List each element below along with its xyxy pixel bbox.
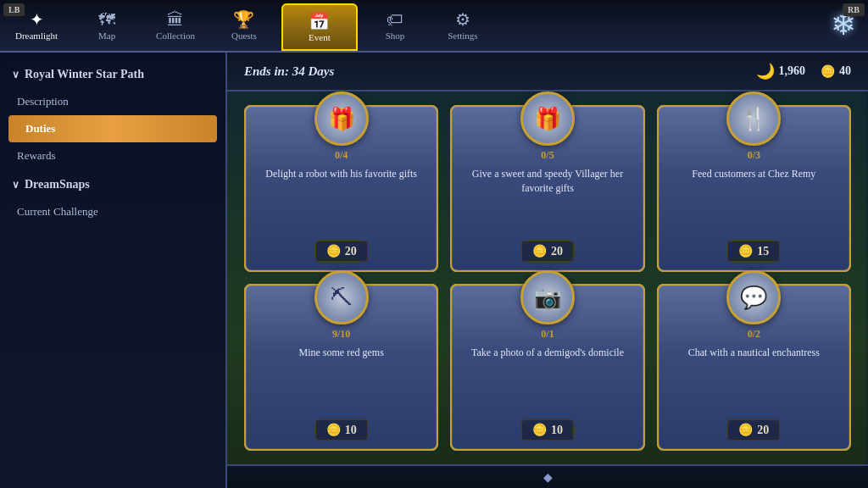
sidebar: ∨ Royal Winter Star Path Description Dut… [0,53,227,488]
quests-icon: 🏆 [233,11,254,28]
title-3: Feed customers at Chez Remy [692,167,815,236]
progress-1: 0/4 [335,149,348,162]
title-1: Delight a robot with his favorite gifts [265,167,417,236]
top-nav: LB ✦ Dreamlight 🗺 Map 🏛 Collection 🏆 Que… [0,0,868,53]
reward-amount-6: 20 [757,424,769,437]
coin-reward-icon-3: 🪙 [738,244,753,258]
sidebar-starpath-header[interactable]: ∨ Royal Winter Star Path [0,61,225,88]
reward-amount-3: 15 [757,245,769,258]
sidebar-section-dreamsnaps: ∨ DreamSnaps Current Challenge [0,171,225,225]
reward-1: 🪙 20 [315,241,368,262]
reward-6: 🪙 20 [727,419,780,441]
dreamlight-amount: 1,960 [779,64,806,78]
map-label: Map [98,30,115,41]
duty-card-photo-demigod[interactable]: 📷 0/1 Take a photo of a demigod's domici… [450,284,644,451]
card-icon-wrap-2: 🎁 [520,92,575,146]
shop-icon: 🏷 [387,11,403,28]
bottom-diamond: ◆ [543,470,553,485]
reward-amount-2: 20 [551,245,563,258]
duty-card-sweet-villager[interactable]: 🎁 0/5 Give a sweet and speedy Villager h… [450,105,644,272]
coin-currency: 🪙 40 [821,64,851,79]
title-2: Give a sweet and speedy Villager her fav… [460,167,634,236]
card-icon-wrap-5: 📷 [520,270,575,324]
current-challenge-label: Current Challenge [17,205,98,219]
quests-label: Quests [231,30,257,41]
lb-button[interactable]: LB [3,3,25,16]
dreamsnaps-label: DreamSnaps [25,178,90,191]
content-area: ∨ Royal Winter Star Path Description Dut… [0,53,868,488]
progress-6: 0/2 [748,328,760,341]
duties-label: Duties [25,122,55,136]
progress-4: 9/10 [332,328,350,341]
card-icon-wrap-6: 💬 [726,270,781,324]
reward-amount-5: 10 [551,424,563,437]
reward-amount-1: 20 [345,245,357,258]
duty-card-mine-gems[interactable]: ⛏ 9/10 Mine some red gems 🪙 10 [244,284,438,451]
sidebar-item-rewards[interactable]: Rewards [0,142,225,169]
coin-reward-icon-6: 🪙 [738,423,753,437]
event-label: Event [309,32,331,42]
title-4: Mine some red gems [299,346,384,414]
dreamlight-label: Dreamlight [15,30,58,41]
title-6: Chat with a nautical enchantress [688,346,820,414]
chat-icon: 💬 [740,285,767,311]
shop-label: Shop [386,30,405,41]
progress-2: 0/5 [541,149,554,162]
main-container: LB ✦ Dreamlight 🗺 Map 🏛 Collection 🏆 Que… [0,0,868,488]
nav-settings[interactable]: ⚙ Settings [429,0,497,51]
description-label: Description [17,95,69,108]
sidebar-item-current-challenge[interactable]: Current Challenge [0,198,225,225]
nav-quests[interactable]: 🏆 Quests [210,0,278,51]
rewards-label: Rewards [17,149,56,163]
pickaxe-icon: ⛏ [331,285,353,311]
card-icon-wrap-4: ⛏ [314,270,369,324]
reward-4: 🪙 10 [315,419,368,441]
card-icon-wrap-3: 🍴 [726,92,781,146]
progress-5: 0/1 [541,328,554,341]
title-5: Take a photo of a demigod's domicile [471,346,624,414]
sidebar-dreamsnaps-header[interactable]: ∨ DreamSnaps [0,171,225,198]
camera-icon: 📷 [534,285,561,311]
fork-icon: 🍴 [740,106,767,132]
sidebar-section-starpath: ∨ Royal Winter Star Path Description Dut… [0,61,225,169]
event-icon: 📅 [309,13,330,30]
main-panel: Ends in: 34 Days 🌙 1,960 🪙 40 [227,53,868,488]
duty-card-chat-enchantress[interactable]: 💬 0/2 Chat with a nautical enchantress 🪙… [657,284,851,451]
bottom-bar: ◆ [227,464,868,488]
sidebar-item-duties[interactable]: Duties [8,115,217,142]
duties-grid: 🎁 0/4 Delight a robot with his favorite … [227,92,868,464]
nav-map[interactable]: 🗺 Map [73,0,141,51]
ends-in-text: Ends in: 34 Days [244,64,334,79]
nav-event[interactable]: 📅 Event [281,3,358,51]
moon-icon: 🌙 [756,62,775,80]
header-bar: Ends in: 34 Days 🌙 1,960 🪙 40 [227,53,868,92]
chevron-starpath: ∨ [12,69,19,81]
starpath-label: Royal Winter Star Path [25,68,144,81]
duty-card-delight-robot[interactable]: 🎁 0/4 Delight a robot with his favorite … [244,105,438,272]
reward-amount-4: 10 [345,424,357,437]
coin-icon: 🪙 [821,64,835,79]
map-icon: 🗺 [98,11,115,28]
settings-label: Settings [448,30,477,41]
coin-amount: 40 [839,64,851,78]
card-icon-wrap-1: 🎁 [314,92,369,146]
chevron-dreamsnaps: ∨ [12,179,19,191]
gift-icon-1: 🎁 [328,106,355,132]
collection-label: Collection [156,30,195,41]
dreamlight-currency: 🌙 1,960 [756,62,806,80]
dreamlight-icon: ✦ [30,11,44,28]
duty-card-feed-customers[interactable]: 🍴 0/3 Feed customers at Chez Remy 🪙 15 [657,105,851,272]
currency-row: 🌙 1,960 🪙 40 [756,62,852,80]
nav-collection[interactable]: 🏛 Collection [141,0,210,51]
coin-reward-icon-5: 🪙 [532,423,547,437]
coin-reward-icon-4: 🪙 [326,423,341,437]
coin-reward-icon-2: 🪙 [532,244,547,258]
reward-5: 🪙 10 [521,419,574,441]
rb-button[interactable]: RB [843,3,865,16]
coin-reward-icon-1: 🪙 [326,244,341,258]
gift-icon-2: 🎁 [534,106,561,132]
nav-shop[interactable]: 🏷 Shop [361,0,429,51]
progress-3: 0/3 [748,149,760,162]
sidebar-item-description[interactable]: Description [0,88,225,115]
reward-3: 🪙 15 [727,241,780,262]
